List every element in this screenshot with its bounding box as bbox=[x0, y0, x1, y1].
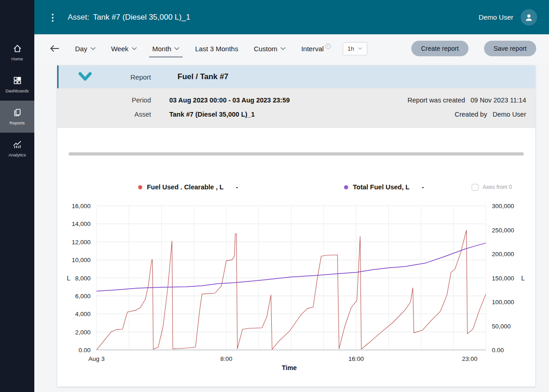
svg-text:100,000: 100,000 bbox=[492, 299, 514, 306]
sidebar: Home Dashboards Reports Analytics bbox=[0, 0, 34, 392]
created-label: Report was created bbox=[408, 93, 465, 107]
chevron-down-icon bbox=[78, 72, 92, 82]
svg-text:4,000: 4,000 bbox=[75, 311, 91, 317]
kebab-menu-icon[interactable]: ⋮ bbox=[48, 13, 58, 22]
created-by-value: Demo User bbox=[493, 107, 526, 122]
report-meta-band: Period 03 Aug 2023 00:00 - 03 Aug 2023 2… bbox=[57, 88, 535, 128]
sidebar-item-label: Reports bbox=[10, 120, 25, 125]
svg-text:8:00: 8:00 bbox=[221, 355, 232, 362]
sidebar-item-analytics[interactable]: Analytics bbox=[0, 133, 34, 165]
create-report-button[interactable]: Create report bbox=[411, 41, 468, 56]
sidebar-item-label: Home bbox=[11, 56, 23, 61]
svg-text:8,000: 8,000 bbox=[75, 275, 91, 282]
legend-label: Fuel Used . Clearable , L bbox=[147, 183, 224, 191]
x-axis-title: Time bbox=[282, 364, 296, 371]
chevron-down-icon bbox=[132, 47, 137, 50]
tab-label: Day bbox=[75, 45, 87, 53]
asset-meta-label: Asset bbox=[66, 107, 151, 122]
svg-text:200,000: 200,000 bbox=[492, 251, 514, 258]
report-toolbar: Day Week Month Last 3 Months Custom Inte… bbox=[34, 34, 549, 63]
legend-item-fuel-used[interactable]: Fuel Used . Clearable , L - bbox=[138, 183, 238, 191]
svg-text:0.00: 0.00 bbox=[492, 347, 504, 354]
chevron-down-icon bbox=[174, 47, 179, 50]
svg-text:Aug 3: Aug 3 bbox=[88, 355, 104, 362]
fuel-chart: 0.002,0004,0006,0008,00010,00012,00014,0… bbox=[69, 198, 524, 362]
tab-month[interactable]: Month bbox=[152, 45, 180, 53]
legend-dot-purple bbox=[344, 185, 348, 189]
report-header-band: Report Fuel / Tank #7 bbox=[57, 65, 535, 88]
svg-text:150,000: 150,000 bbox=[492, 275, 514, 282]
tab-week[interactable]: Week bbox=[111, 45, 137, 53]
created-by-label: Created by bbox=[455, 107, 487, 122]
created-info: Report was created 09 Nov 2023 11:14 bbox=[408, 93, 526, 107]
tab-label: Last 3 Months bbox=[195, 45, 238, 53]
svg-text:23:00: 23:00 bbox=[462, 355, 478, 362]
axes-from-zero-label: Axes from 0 bbox=[483, 184, 512, 190]
sidebar-item-home[interactable]: Home bbox=[0, 37, 34, 69]
chart-area: L L 0.002,0004,0006,0008,00010,00012,000… bbox=[69, 198, 524, 373]
sidebar-item-reports[interactable]: Reports bbox=[0, 101, 34, 133]
y-axis-left-label: L bbox=[67, 274, 70, 282]
sidebar-nav: Home Dashboards Reports Analytics bbox=[0, 37, 34, 165]
sidebar-item-dashboards[interactable]: Dashboards bbox=[0, 69, 34, 101]
report-title: Fuel / Tank #7 bbox=[178, 72, 228, 81]
tab-last-3-months[interactable]: Last 3 Months bbox=[195, 45, 238, 53]
chevron-down-icon bbox=[280, 47, 285, 50]
asset-title: Asset: Tank #7 (Diesel 35,000 L)_1 bbox=[68, 13, 190, 22]
top-header: ⋮ Asset: Tank #7 (Diesel 35,000 L)_1 Dem… bbox=[34, 0, 549, 34]
svg-text:16,000: 16,000 bbox=[72, 203, 91, 209]
interval-value: 1h bbox=[348, 45, 354, 52]
back-button[interactable] bbox=[49, 45, 59, 52]
created-by-info: Created by Demo User bbox=[455, 107, 526, 122]
sidebar-item-label: Dashboards bbox=[5, 88, 29, 93]
legend-value: - bbox=[236, 183, 238, 191]
axes-from-zero-checkbox[interactable] bbox=[472, 184, 479, 191]
home-icon bbox=[13, 44, 22, 53]
asset-meta-value: Tank #7 (Diesel 35,000 L)_1 bbox=[169, 107, 255, 122]
legend-label: Total Fuel Used, L bbox=[353, 183, 409, 191]
person-icon bbox=[525, 13, 533, 21]
y-axis-right-label: L bbox=[521, 274, 525, 282]
info-icon[interactable]: i bbox=[325, 43, 331, 49]
period-value: 03 Aug 2023 00:00 - 03 Aug 2023 23:59 bbox=[169, 93, 290, 107]
chart-section: Fuel Used . Clearable , L - Total Fuel U… bbox=[57, 152, 535, 373]
asset-row: Asset Tank #7 (Diesel 35,000 L)_1 Create… bbox=[66, 107, 526, 122]
period-label: Period bbox=[66, 93, 151, 107]
save-report-button[interactable]: Save report bbox=[484, 41, 536, 56]
analytics-icon bbox=[13, 140, 22, 149]
chart-legend: Fuel Used . Clearable , L - Total Fuel U… bbox=[69, 182, 524, 192]
arrow-left-icon bbox=[49, 45, 59, 52]
dashboards-icon bbox=[13, 76, 22, 85]
interval-select[interactable]: 1h bbox=[343, 42, 367, 55]
svg-text:12,000: 12,000 bbox=[72, 239, 91, 246]
svg-text:6,000: 6,000 bbox=[75, 293, 91, 300]
chevron-down-icon bbox=[91, 47, 96, 50]
tab-label: Month bbox=[152, 45, 172, 53]
collapse-report-button[interactable] bbox=[78, 72, 92, 82]
svg-text:250,000: 250,000 bbox=[492, 227, 514, 234]
interval-label-group: Interval i bbox=[301, 45, 330, 53]
svg-text:2,000: 2,000 bbox=[75, 329, 91, 336]
period-row: Period 03 Aug 2023 00:00 - 03 Aug 2023 2… bbox=[66, 93, 526, 107]
user-area: Demo User bbox=[479, 9, 537, 26]
tab-day[interactable]: Day bbox=[75, 45, 96, 53]
svg-text:10,000: 10,000 bbox=[72, 257, 91, 263]
svg-text:0.00: 0.00 bbox=[79, 347, 91, 354]
svg-text:50,000: 50,000 bbox=[492, 323, 511, 330]
reports-icon bbox=[13, 108, 22, 117]
horizontal-scrollbar[interactable] bbox=[69, 152, 524, 156]
x-axis-title-row: Time bbox=[69, 364, 524, 373]
asset-name: Tank #7 (Diesel 35,000 L)_1 bbox=[93, 13, 190, 22]
report-card: Report Fuel / Tank #7 Period 03 Aug 2023… bbox=[57, 65, 535, 387]
created-value: 09 Nov 2023 11:14 bbox=[471, 93, 526, 107]
axes-from-zero-group: Axes from 0 bbox=[472, 184, 512, 191]
legend-dot-red bbox=[138, 185, 142, 189]
user-avatar[interactable] bbox=[521, 9, 537, 26]
chevron-down-icon bbox=[358, 47, 362, 50]
tab-custom[interactable]: Custom bbox=[254, 45, 286, 53]
legend-value: - bbox=[422, 183, 424, 191]
tab-label: Custom bbox=[254, 45, 278, 53]
svg-text:300,000: 300,000 bbox=[492, 203, 514, 209]
legend-item-total-fuel[interactable]: Total Fuel Used, L - bbox=[344, 183, 424, 191]
svg-text:14,000: 14,000 bbox=[72, 220, 91, 227]
